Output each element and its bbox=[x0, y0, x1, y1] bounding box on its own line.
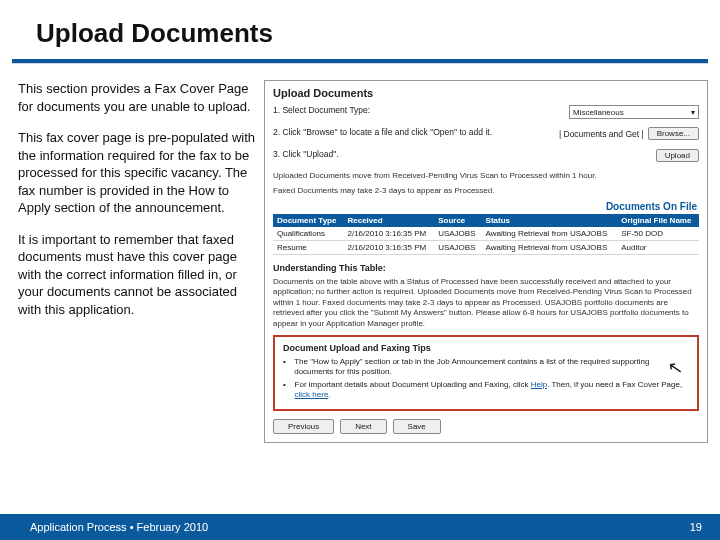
page-number: 19 bbox=[690, 521, 702, 533]
col-status: Status bbox=[482, 214, 618, 227]
fax-cover-link[interactable]: click here bbox=[295, 390, 329, 399]
col-source: Source bbox=[434, 214, 481, 227]
explainer-column: This section provides a Fax Cover Page f… bbox=[18, 80, 256, 443]
docs-get-label: | Documents and Get | bbox=[559, 129, 644, 139]
col-received: Received bbox=[343, 214, 434, 227]
slide-footer: Application Process • February 2010 19 bbox=[0, 514, 720, 540]
next-button[interactable]: Next bbox=[340, 419, 386, 434]
chevron-down-icon: ▾ bbox=[691, 108, 695, 117]
tip1: The "How to Apply" section or tab in the… bbox=[294, 357, 689, 378]
tip2: For important details about Document Upl… bbox=[295, 380, 689, 401]
doc-type-select[interactable]: Miscellaneous ▾ bbox=[569, 105, 699, 119]
explainer-p3: It is important to remember that faxed d… bbox=[18, 231, 256, 319]
step3-label: 3. Click "Upload". bbox=[273, 149, 650, 159]
save-button[interactable]: Save bbox=[393, 419, 441, 434]
table-row: Qualifications 2/16/2010 3:16:35 PM USAJ… bbox=[273, 227, 699, 241]
browse-button[interactable]: Browse... bbox=[648, 127, 699, 140]
doc-type-value: Miscellaneous bbox=[573, 108, 624, 117]
page-title: Upload Documents bbox=[36, 18, 720, 49]
upload-panel: Upload Documents 1. Select Document Type… bbox=[264, 80, 708, 443]
docs-on-file-heading: Documents On File bbox=[273, 201, 699, 212]
table-row: Resume 2/16/2010 3:16:35 PM USAJOBS Awai… bbox=[273, 241, 699, 255]
help-link[interactable]: Help bbox=[531, 380, 547, 389]
bullet-icon: • bbox=[283, 357, 288, 378]
note-upload: Uploaded Documents move from Received-Pe… bbox=[273, 171, 699, 180]
tips-callout: Document Upload and Faxing Tips •The "Ho… bbox=[273, 335, 699, 411]
explainer-p2: This fax cover page is pre-populated wit… bbox=[18, 129, 256, 217]
col-orig: Original File Name bbox=[617, 214, 699, 227]
explainer-p1: This section provides a Fax Cover Page f… bbox=[18, 80, 256, 115]
upload-button[interactable]: Upload bbox=[656, 149, 699, 162]
bullet-icon: • bbox=[283, 380, 289, 401]
understanding-text: Documents on the table above with a Stat… bbox=[273, 277, 699, 329]
title-rule-thin bbox=[12, 63, 708, 64]
docs-table: Document Type Received Source Status Ori… bbox=[273, 214, 699, 255]
col-type: Document Type bbox=[273, 214, 343, 227]
step2-label: 2. Click "Browse" to locate a file and c… bbox=[273, 127, 553, 137]
footer-text: Application Process • February 2010 bbox=[30, 521, 208, 533]
understanding-heading: Understanding This Table: bbox=[273, 263, 699, 273]
panel-heading: Upload Documents bbox=[273, 87, 699, 99]
note-fax: Faxed Documents may take 2-3 days to app… bbox=[273, 186, 699, 195]
previous-button[interactable]: Previous bbox=[273, 419, 334, 434]
step1-label: 1. Select Document Type: bbox=[273, 105, 563, 115]
tips-title: Document Upload and Faxing Tips bbox=[283, 343, 689, 353]
